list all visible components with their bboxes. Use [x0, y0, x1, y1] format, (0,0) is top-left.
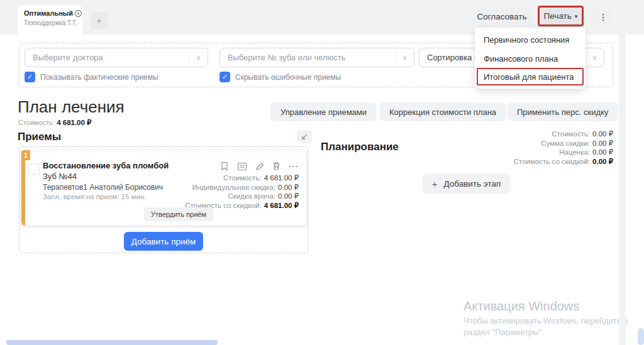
more-actions-icon[interactable]: ···: [289, 162, 299, 171]
hide-error-label: Скрывать ошибочные приемы: [235, 73, 341, 82]
menu-item-initial-state[interactable]: Первичного состояния: [475, 30, 586, 49]
add-appointment-button[interactable]: Добавить приём: [124, 232, 203, 251]
add-stage-label: Добавить этап: [443, 179, 501, 189]
price-value: 0.00 ₽: [278, 192, 299, 200]
plan-cost-label: Стоимость:: [18, 119, 55, 126]
apply-personal-discount-button[interactable]: Применить перс. скидку: [507, 102, 618, 121]
price-label: Скидка врача:: [228, 192, 276, 200]
chevron-down-icon: ∨: [395, 52, 414, 63]
plus-icon: +: [432, 178, 438, 189]
print-button-label: Печать: [544, 11, 572, 21]
price-label: Стоимость:: [223, 174, 262, 182]
planning-summary: Стоимость:0.00 ₽ Сумма скидки:0.00 ₽ Нац…: [514, 129, 613, 166]
appointment-prices: Стоимость:4 681.00 ₽ Индивидуальная скид…: [185, 173, 299, 210]
tab-optimal-plan[interactable]: Оптимальный i Техподдержка Т.Т.: [18, 5, 82, 35]
tooth-select-placeholder: Выберите № зуба или челюсть: [220, 53, 395, 62]
tab-subtitle: Техподдержка Т.Т.: [24, 19, 82, 26]
windows-activation-watermark: Активация Windows Чтобы активировать Win…: [464, 299, 628, 338]
chevron-down-icon: ∨: [585, 52, 604, 63]
tooth-select[interactable]: Выберите № зуба или челюсть ∨: [219, 48, 414, 67]
collapse-icon: [301, 133, 308, 141]
plan-cost: Стоимость:4 681.00 ₽: [18, 118, 91, 127]
correct-plan-cost-button[interactable]: Коррекция стоимости плана: [379, 102, 506, 121]
doctor-select[interactable]: Выберите доктора ∨: [25, 48, 208, 67]
manage-appointments-button[interactable]: Управление приемами: [270, 102, 377, 121]
appointment-card[interactable]: 1 Восстановление зуба пломбой Зуб №44 Те…: [21, 150, 306, 226]
print-button[interactable]: Печать ▾: [538, 6, 584, 26]
menu-item-patient-summary[interactable]: Итоговый для пациента: [477, 68, 584, 85]
price-label: Индивидуальная скидка:: [192, 183, 275, 191]
approve-appointment-button[interactable]: Утвердить приём: [144, 207, 213, 221]
treatment-plan-screen: Оптимальный i Техподдержка Т.Т. + Соглас…: [0, 0, 644, 345]
planning-section-title: Планирование: [321, 141, 399, 153]
vertical-scrollbar-track[interactable]: [619, 35, 626, 345]
watermark-line: Чтобы активировать Windows, перейдите в: [464, 315, 628, 327]
info-icon[interactable]: i: [75, 10, 82, 17]
notes-icon[interactable]: [237, 162, 247, 171]
summary-label: Наценка:: [559, 148, 590, 156]
chevron-down-icon: ∨: [189, 52, 208, 63]
watermark-line: раздел "Параметры".: [464, 327, 628, 338]
summary-label: Стоимость со скидкой:: [514, 158, 590, 165]
summary-value: 0.00 ₽: [592, 140, 613, 147]
doctor-name: Терапевтов1 Анатолий Борисович: [43, 183, 163, 192]
show-actual-checkbox[interactable]: ✓: [25, 72, 35, 82]
plan-cost-value: 4 681.00 ₽: [57, 119, 91, 126]
approve-plan-button[interactable]: Согласовать: [471, 7, 533, 26]
add-stage-button[interactable]: + Добавить этап: [423, 173, 510, 194]
hide-error-checkbox[interactable]: ✓: [219, 72, 230, 82]
price-value: 4 681.00 ₽: [264, 174, 299, 182]
print-dropdown-menu: Первичного состояния Финансового плана И…: [475, 28, 586, 89]
appointment-color-bar: [21, 150, 25, 226]
price-value: 4 681.00 ₽: [264, 202, 299, 209]
summary-value: 0.00 ₽: [592, 158, 613, 165]
appointments-drop-zone: 1 Восстановление зуба пломбой Зуб №44 Те…: [19, 146, 308, 253]
summary-label: Стоимость:: [552, 130, 590, 138]
bookmark-icon[interactable]: [220, 162, 229, 171]
more-options-button[interactable]: ⋮: [594, 7, 613, 26]
collapse-section-button[interactable]: [297, 130, 312, 143]
edit-icon[interactable]: [255, 162, 264, 171]
menu-item-financial-plan[interactable]: Финансового плана: [475, 49, 586, 68]
watermark-title: Активация Windows: [464, 299, 628, 314]
appointment-number-badge: 1: [21, 150, 30, 160]
tab-title: Оптимальный: [24, 9, 73, 17]
service-name: Восстановление зуба пломбой: [43, 161, 169, 170]
doctor-select-placeholder: Выберите доктора: [25, 53, 189, 62]
add-plan-button[interactable]: +: [91, 12, 108, 30]
horizontal-scrollbar-thumb[interactable]: [6, 340, 218, 345]
vertical-scrollbar-thumb[interactable]: [638, 328, 644, 345]
tooth-number: Зуб №44: [43, 172, 77, 181]
price-value: 0.00 ₽: [278, 183, 299, 191]
summary-label: Сумма скидки:: [541, 140, 590, 147]
appointments-section-title: Приемы: [18, 131, 61, 143]
summary-value: 0.00 ₽: [592, 130, 613, 138]
appointment-checkbox[interactable]: [28, 163, 40, 175]
show-actual-label: Показывать фактические приемы: [40, 73, 158, 82]
summary-value: 0.00 ₽: [592, 148, 613, 156]
page-title: План лечения: [18, 97, 125, 117]
chevron-down-icon: ▾: [575, 13, 578, 19]
delete-icon[interactable]: [272, 162, 280, 171]
planned-time: Запл. время на прием: 15 мин.: [43, 193, 146, 200]
